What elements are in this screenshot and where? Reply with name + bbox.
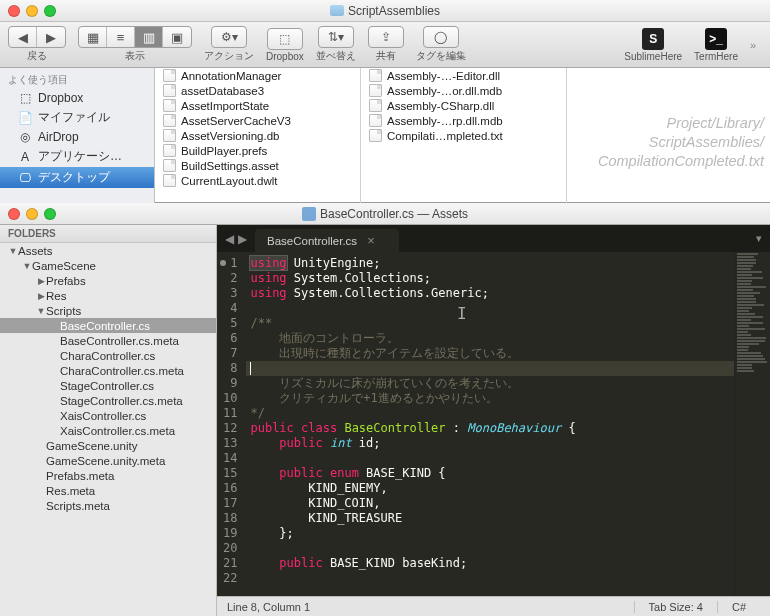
tab-basecontroller[interactable]: BaseController.cs × — [255, 229, 399, 252]
folders-header: FOLDERS — [0, 225, 216, 243]
action-button[interactable]: ⚙▾ — [211, 26, 247, 48]
view-list-button[interactable]: ≡ — [107, 27, 135, 47]
file-item[interactable]: AssetVersioning.db — [155, 128, 360, 143]
minimap[interactable] — [734, 252, 770, 596]
status-language[interactable]: C# — [717, 601, 760, 613]
status-position[interactable]: Line 8, Column 1 — [227, 601, 310, 613]
sidebar-item-3[interactable]: Aアプリケーシ… — [0, 146, 154, 167]
file-item[interactable]: BuildSettings.asset — [155, 158, 360, 173]
sidebar-item-4[interactable]: 🖵デスクトップ — [0, 167, 154, 188]
tree-item[interactable]: BaseController.cs.meta — [0, 333, 216, 348]
sidebar-item-1[interactable]: 📄マイファイル — [0, 107, 154, 128]
tree-item[interactable]: GameScene.unity.meta — [0, 453, 216, 468]
document-icon — [163, 129, 176, 142]
document-icon — [369, 129, 382, 142]
tree-item[interactable]: Res.meta — [0, 483, 216, 498]
file-item[interactable]: Assembly-…rp.dll.mdb — [361, 113, 566, 128]
tab-nav[interactable]: ◀▶ — [217, 225, 255, 252]
close-window-button[interactable] — [8, 208, 20, 220]
toolbar-overflow-button[interactable]: » — [750, 39, 762, 51]
prev-tab-icon[interactable]: ◀ — [225, 232, 234, 246]
view-coverflow-button[interactable]: ▣ — [163, 27, 191, 47]
editor-area: ◀▶ BaseController.cs × ▾ 123456789101112… — [217, 225, 770, 616]
sidebar-item-2[interactable]: ◎AirDrop — [0, 128, 154, 146]
tab-menu-button[interactable]: ▾ — [748, 225, 770, 252]
view-icon-button[interactable]: ▦ — [79, 27, 107, 47]
tree-item[interactable]: Prefabs.meta — [0, 468, 216, 483]
document-icon — [369, 84, 382, 97]
tree-item[interactable]: ▼GameScene — [0, 258, 216, 273]
sidebar-item-icon: A — [18, 150, 32, 164]
document-icon — [163, 114, 176, 127]
status-tabsize[interactable]: Tab Size: 4 — [634, 601, 717, 613]
nav-forward-button[interactable]: ▶ — [37, 27, 65, 47]
finder-window-title: ScriptAssemblies — [0, 4, 770, 18]
code-text[interactable]: using UnityEngine;using System.Collectio… — [246, 252, 734, 596]
document-icon — [369, 99, 382, 112]
tree-item[interactable]: XaisController.cs — [0, 408, 216, 423]
tree-item[interactable]: BaseController.cs — [0, 318, 216, 333]
code-area[interactable]: 12345678910111213141516171819202122 usin… — [217, 252, 770, 596]
sublime-sidebar: FOLDERS ▼Assets▼GameScene▶Prefabs▶Res▼Sc… — [0, 225, 217, 616]
file-item[interactable]: CurrentLayout.dwlt — [155, 173, 360, 188]
sidebar-item-icon: 🖵 — [18, 171, 32, 185]
document-icon — [163, 144, 176, 157]
file-icon — [302, 207, 316, 221]
tree-item[interactable]: StageController.cs.meta — [0, 393, 216, 408]
minimize-window-button[interactable] — [26, 5, 38, 17]
file-item[interactable]: AssetImportState — [155, 98, 360, 113]
finder-window: ScriptAssemblies ◀ ▶ 戻る ▦ ≡ ▥ ▣ 表示 ⚙▾アクシ… — [0, 0, 770, 203]
file-item[interactable]: Compilati…mpleted.txt — [361, 128, 566, 143]
tree-item[interactable]: StageController.cs — [0, 378, 216, 393]
close-window-button[interactable] — [8, 5, 20, 17]
sublime-window-title: BaseController.cs — Assets — [0, 207, 770, 221]
document-icon — [163, 159, 176, 172]
next-tab-icon[interactable]: ▶ — [238, 232, 247, 246]
tree-item[interactable]: ▶Prefabs — [0, 273, 216, 288]
tree-item[interactable]: ▼Scripts — [0, 303, 216, 318]
sublime-here-button[interactable]: S — [642, 28, 664, 50]
back-label: 戻る — [27, 49, 47, 63]
view-column-button[interactable]: ▥ — [135, 27, 163, 47]
sublime-titlebar[interactable]: BaseController.cs — Assets — [0, 203, 770, 225]
file-item[interactable]: AssetServerCacheV3 — [155, 113, 360, 128]
term-here-button[interactable]: >_ — [705, 28, 727, 50]
finder-column-2[interactable]: Assembly-…-Editor.dllAssembly-…or.dll.md… — [361, 68, 567, 203]
tree-item[interactable]: CharaController.cs — [0, 348, 216, 363]
path-watermark: Project/Library/ ScriptAssemblies/ Compi… — [598, 114, 764, 171]
sidebar-item-icon: ⬚ — [18, 91, 32, 105]
line-gutter: 12345678910111213141516171819202122 — [217, 252, 246, 596]
sort-button[interactable]: ⇅▾ — [318, 26, 354, 48]
view-mode-segment[interactable]: ▦ ≡ ▥ ▣ — [78, 26, 192, 48]
document-icon — [369, 114, 382, 127]
tags-button[interactable]: ◯ — [423, 26, 459, 48]
tree-item[interactable]: ▶Res — [0, 288, 216, 303]
sidebar-item-0[interactable]: ⬚Dropbox — [0, 89, 154, 107]
finder-titlebar[interactable]: ScriptAssemblies — [0, 0, 770, 22]
tree-item[interactable]: XaisController.cs.meta — [0, 423, 216, 438]
document-icon — [163, 174, 176, 187]
nav-back-button[interactable]: ◀ — [9, 27, 37, 47]
file-item[interactable]: Assembly-…or.dll.mdb — [361, 83, 566, 98]
nav-back-forward[interactable]: ◀ ▶ — [8, 26, 66, 48]
file-item[interactable]: AnnotationManager — [155, 68, 360, 83]
file-item[interactable]: Assembly-CSharp.dll — [361, 98, 566, 113]
finder-column-1[interactable]: AnnotationManagerassetDatabase3AssetImpo… — [155, 68, 361, 203]
file-item[interactable]: Assembly-…-Editor.dll — [361, 68, 566, 83]
file-item[interactable]: assetDatabase3 — [155, 83, 360, 98]
zoom-window-button[interactable] — [44, 208, 56, 220]
share-button[interactable]: ⇪ — [368, 26, 404, 48]
tree-item[interactable]: ▼Assets — [0, 243, 216, 258]
minimize-window-button[interactable] — [26, 208, 38, 220]
tree-item[interactable]: GameScene.unity — [0, 438, 216, 453]
finder-sidebar: よく使う項目 ⬚Dropbox📄マイファイル◎AirDropAアプリケーシ…🖵デ… — [0, 68, 155, 203]
tree-item[interactable]: Scripts.meta — [0, 498, 216, 513]
file-item[interactable]: BuildPlayer.prefs — [155, 143, 360, 158]
sidebar-item-icon: 📄 — [18, 111, 32, 125]
tree-item[interactable]: CharaController.cs.meta — [0, 363, 216, 378]
document-icon — [163, 69, 176, 82]
tab-close-button[interactable]: × — [367, 233, 375, 248]
sidebar-favorites-header: よく使う項目 — [0, 68, 154, 89]
zoom-window-button[interactable] — [44, 5, 56, 17]
dropbox-button[interactable]: ⬚ — [267, 28, 303, 50]
